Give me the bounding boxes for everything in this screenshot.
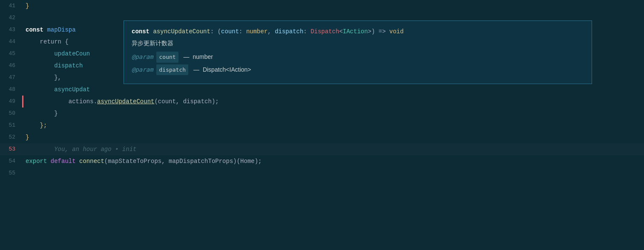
param-code-1: count <box>156 52 178 62</box>
param-tag-1: @param <box>132 53 153 60</box>
param-dash-1: — <box>184 53 190 60</box>
line-number-47: 47 <box>0 72 22 84</box>
code-line-52: 52 } <box>0 131 644 143</box>
param-code-2: dispatch <box>156 64 188 75</box>
line-content-53: You, an hour ago • init <box>22 143 644 155</box>
param-type-1: number <box>193 53 213 60</box>
line-number-43: 43 <box>0 24 22 36</box>
editor-container: 41 } 42 43 const mapDispa const asyncUpd… <box>0 0 644 250</box>
line-number-53: 53 <box>0 143 22 155</box>
code-line-53: 53 You, an hour ago • init <box>0 143 644 155</box>
line-content-51: }; <box>22 119 644 131</box>
line-number-41: 41 <box>0 0 22 12</box>
tooltip-description: 异步更新计数器 <box>132 40 584 47</box>
tooltip-popup: const asyncUpdateCount: (count: number, … <box>124 20 592 84</box>
line-content-54: export default connect(mapStateToProps, … <box>22 155 644 167</box>
code-line-54: 54 export default connect(mapStateToProp… <box>0 155 644 167</box>
code-line-51: 51 }; <box>0 119 644 131</box>
line-number-46: 46 <box>0 60 22 72</box>
tooltip-param-1: @param count — number <box>132 52 584 62</box>
line-number-49: 49 <box>0 96 22 108</box>
param-dash-2: — <box>193 66 199 73</box>
line-number-54: 54 <box>0 155 22 167</box>
line-number-44: 44 <box>0 36 22 48</box>
code-line-41: 41 } <box>0 0 644 12</box>
line-content-49: actions.asyncUpdateCount(count, dispatch… <box>22 96 644 108</box>
line-number-48: 48 <box>0 84 22 96</box>
line-number-50: 50 <box>0 108 22 119</box>
line-number-45: 45 <box>0 48 22 60</box>
line-number-42: 42 <box>0 12 22 24</box>
line-number-51: 51 <box>0 119 22 131</box>
param-type-2: Dispatch<IAction> <box>203 66 251 73</box>
param-tag-2: @param <box>132 66 153 73</box>
code-line-49: 49 actions.asyncUpdateCount(count, dispa… <box>0 96 644 108</box>
code-lines: 41 } 42 43 const mapDispa const asyncUpd… <box>0 0 644 179</box>
line-content-50: } <box>22 108 644 119</box>
code-line-55: 55 <box>0 167 644 179</box>
line-content-48: asyncUpdat <box>22 84 644 96</box>
line-number-52: 52 <box>0 131 22 143</box>
line-content-41: } <box>22 0 644 12</box>
tooltip-param-2: @param dispatch — Dispatch<IAction> <box>132 64 584 75</box>
line-content-52: } <box>22 131 644 143</box>
tooltip-signature: const asyncUpdateCount: (count: number, … <box>132 27 584 36</box>
line-number-55: 55 <box>0 167 22 179</box>
code-line-50: 50 } <box>0 108 644 119</box>
code-line-48: 48 asyncUpdat <box>0 84 644 96</box>
